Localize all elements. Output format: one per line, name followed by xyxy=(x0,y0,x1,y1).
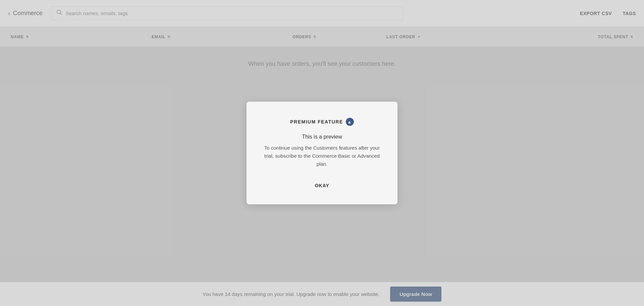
modal-overlay: PREMIUM FEATURE ▲ This is a preview To c… xyxy=(0,0,644,306)
modal-subtitle: This is a preview xyxy=(260,134,384,140)
modal-okay-button[interactable]: OKAY xyxy=(307,180,337,191)
modal-description: To continue using the Customers features… xyxy=(260,144,384,168)
premium-feature-modal: PREMIUM FEATURE ▲ This is a preview To c… xyxy=(247,102,397,204)
premium-icon: ▲ xyxy=(346,118,354,126)
modal-title-text: PREMIUM FEATURE xyxy=(290,119,343,124)
modal-title: PREMIUM FEATURE ▲ xyxy=(260,118,384,126)
